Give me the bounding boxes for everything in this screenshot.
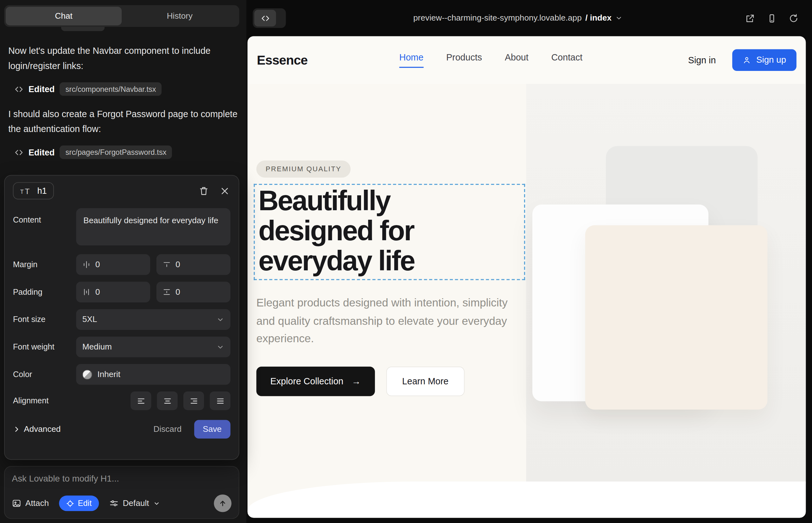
padding-y-icon — [162, 288, 171, 296]
edited-file-badge[interactable]: src/components/Navbar.tsx — [60, 82, 162, 96]
chat-composer: Attach Edit Default — [4, 466, 239, 519]
padding-label: Padding — [13, 287, 76, 296]
margin-x-field — [76, 254, 150, 275]
align-right-button[interactable] — [183, 392, 204, 410]
font-size-row: Font size 5XL — [13, 309, 231, 329]
edited-file-row: Edited src/pages/ForgotPassword.tsx — [15, 146, 238, 159]
explore-collection-button[interactable]: Explore Collection → — [256, 366, 375, 396]
refresh-icon[interactable] — [789, 13, 798, 23]
chevron-down-icon — [217, 343, 225, 351]
hero-description: Elegant products designed with intention… — [256, 294, 511, 348]
svg-text:T: T — [25, 187, 30, 196]
code-icon — [261, 14, 269, 22]
content-label: Content — [13, 208, 76, 225]
align-center-button[interactable] — [157, 392, 177, 410]
color-value: Inherit — [97, 370, 120, 379]
tab-chat[interactable]: Chat — [6, 7, 122, 25]
code-icon — [15, 85, 23, 93]
alignment-buttons — [76, 392, 230, 410]
attach-button[interactable]: Attach — [12, 499, 49, 508]
assistant-message: I should also create a Forgot Password p… — [8, 107, 238, 137]
open-external-icon[interactable] — [745, 13, 755, 23]
edited-file-badge[interactable]: src/pages/ForgotPassword.tsx — [60, 146, 172, 159]
image-icon — [12, 499, 21, 508]
color-select[interactable]: Inherit — [76, 364, 230, 385]
advanced-toggle[interactable]: Advanced — [13, 425, 61, 434]
composer-toolbar: Attach Edit Default — [12, 494, 231, 512]
code-view-toggle-group — [253, 8, 286, 28]
font-weight-select[interactable]: Medium — [76, 337, 230, 357]
align-left-button[interactable] — [130, 392, 151, 410]
selected-h1-element[interactable]: Beautifully designed for everyday life — [254, 184, 525, 280]
padding-y-input[interactable] — [175, 287, 224, 296]
preview-pane: preview--charming-site-symphony.lovable.… — [246, 0, 812, 523]
typography-icon: TT — [20, 186, 33, 195]
quality-badge: PREMIUM QUALITY — [256, 161, 351, 178]
code-view-button[interactable] — [254, 10, 276, 26]
discard-button[interactable]: Discard — [154, 425, 182, 434]
margin-x-icon — [82, 260, 91, 269]
color-swatch — [82, 369, 92, 379]
device-preview-icon[interactable] — [767, 13, 777, 23]
margin-y-input[interactable] — [175, 260, 224, 269]
learn-more-label: Learn More — [402, 376, 448, 386]
composer-input[interactable] — [12, 474, 231, 484]
nav-link-products[interactable]: Products — [446, 52, 482, 68]
font-weight-label: Font weight — [13, 342, 76, 351]
element-tag-pill[interactable]: TT h1 — [13, 182, 54, 199]
padding-x-field — [76, 282, 150, 302]
site-logo[interactable]: Essence — [257, 53, 307, 68]
content-input[interactable]: Beautifully designed for everyday life — [76, 208, 230, 246]
margin-x-input[interactable] — [95, 260, 144, 269]
site-navbar: Essence Home Products About Contact Sign… — [248, 36, 806, 84]
tab-history[interactable]: History — [122, 7, 237, 25]
nav-link-about[interactable]: About — [505, 52, 529, 68]
sign-in-link[interactable]: Sign in — [688, 55, 716, 66]
chevron-down-icon — [615, 15, 623, 22]
attach-label: Attach — [25, 499, 49, 508]
advanced-label: Advanced — [24, 425, 60, 434]
model-selector[interactable]: Default — [109, 499, 160, 508]
app-window: Chat History Now let's update the Navbar… — [0, 0, 812, 523]
sign-up-button[interactable]: Sign up — [732, 49, 796, 71]
nav-link-home[interactable]: Home — [399, 52, 423, 68]
inspector-actions — [198, 185, 231, 197]
save-button[interactable]: Save — [194, 420, 230, 438]
margin-row: Margin — [13, 254, 231, 275]
target-icon — [67, 500, 74, 507]
hero-cta-row: Explore Collection → Learn More — [256, 366, 464, 396]
edited-file-row: Edited src/components/Navbar.tsx — [15, 82, 238, 96]
nav-link-contact[interactable]: Contact — [551, 52, 583, 68]
close-icon[interactable] — [219, 185, 231, 197]
inspector-header: TT h1 — [13, 182, 231, 199]
preview-path: / index — [585, 14, 612, 23]
padding-x-icon — [82, 288, 91, 296]
edited-label: Edited — [29, 84, 54, 94]
preview-domain: preview--charming-site-symphony.lovable.… — [413, 14, 582, 23]
explore-collection-label: Explore Collection — [270, 376, 343, 386]
padding-x-input[interactable] — [95, 287, 144, 296]
chevron-down-icon — [217, 315, 225, 324]
padding-row: Padding — [13, 282, 231, 302]
font-size-value: 5XL — [82, 315, 97, 324]
element-tag-label: h1 — [37, 186, 47, 196]
margin-y-icon — [162, 260, 171, 269]
hero-section: PREMIUM QUALITY Beautifully designed for… — [248, 84, 806, 518]
element-inspector-panel: TT h1 Content Beautifully designed for e — [4, 175, 239, 460]
site-nav-actions: Sign in Sign up — [688, 49, 796, 71]
align-justify-button[interactable] — [210, 392, 230, 410]
send-button[interactable] — [214, 494, 231, 512]
font-size-select[interactable]: 5XL — [76, 309, 230, 329]
model-label: Default — [123, 499, 149, 508]
sliders-icon — [109, 499, 119, 508]
margin-label: Margin — [13, 260, 76, 269]
delete-element-icon[interactable] — [198, 185, 210, 197]
font-weight-row: Font weight Medium — [13, 337, 231, 357]
chevron-down-icon — [153, 500, 160, 507]
edit-mode-button[interactable]: Edit — [59, 495, 99, 511]
color-row: Color Inherit — [13, 364, 231, 385]
arrow-up-icon — [218, 499, 227, 507]
address-bar[interactable]: preview--charming-site-symphony.lovable.… — [413, 14, 622, 23]
code-icon — [15, 148, 23, 157]
learn-more-button[interactable]: Learn More — [386, 366, 464, 396]
